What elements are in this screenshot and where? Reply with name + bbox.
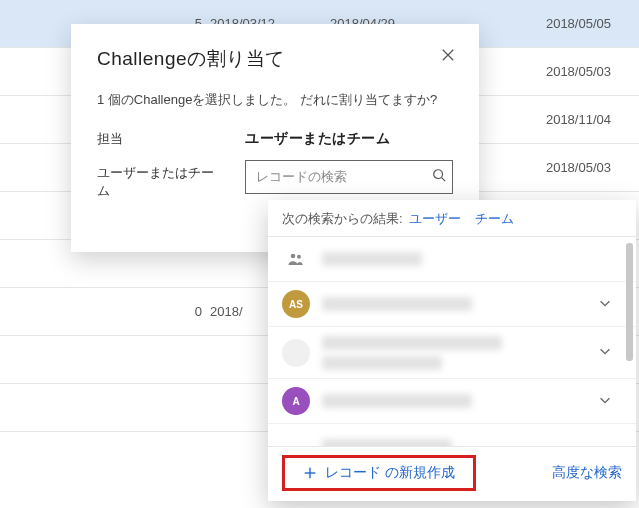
svg-point-4	[291, 254, 296, 259]
scrollbar-thumb[interactable]	[626, 243, 633, 361]
search-input[interactable]	[256, 169, 424, 184]
avatar	[282, 432, 310, 446]
list-item[interactable]	[268, 424, 636, 446]
list-item[interactable]	[268, 327, 636, 379]
assign-to-label: ユーザーまたはチーム	[97, 164, 215, 200]
cell: 2018/11/04	[529, 112, 639, 127]
chevron-down-icon	[598, 344, 612, 361]
avatar: A	[282, 387, 310, 415]
results-prefix: 次の検索からの結果:	[282, 211, 403, 226]
new-record-label: レコード の新規作成	[325, 464, 455, 482]
chevron-down-icon	[598, 393, 612, 410]
search-box[interactable]	[245, 160, 453, 194]
cell: 0	[0, 304, 210, 319]
new-record-button[interactable]: レコード の新規作成	[293, 460, 465, 486]
advanced-search-link[interactable]: 高度な検索	[552, 464, 622, 482]
avatar	[282, 339, 310, 367]
svg-point-2	[434, 170, 443, 179]
svg-line-3	[442, 178, 446, 182]
team-icon	[282, 245, 310, 273]
plus-icon	[303, 466, 317, 480]
dialog-title: Challengeの割り当て	[97, 46, 453, 72]
results-header: 次の検索からの結果: ユーザー チーム	[268, 200, 636, 236]
filter-team-link[interactable]: チーム	[475, 211, 514, 226]
svg-point-5	[297, 255, 301, 259]
highlight-annotation: レコード の新規作成	[282, 455, 476, 491]
cell: 2018/05/03	[529, 160, 639, 175]
results-list: ASA	[268, 236, 636, 446]
list-item[interactable]: AS	[268, 282, 636, 327]
chevron-down-icon	[598, 296, 612, 313]
avatar: AS	[282, 290, 310, 318]
cell: 2018/05/03	[529, 64, 639, 79]
lookup-dropdown: 次の検索からの結果: ユーザー チーム ASA レコード の新規作成 高度な検索	[268, 200, 636, 501]
owner-label: 担当	[97, 130, 215, 148]
list-item[interactable]: A	[268, 379, 636, 424]
close-icon[interactable]	[437, 44, 459, 66]
list-item[interactable]	[268, 237, 636, 282]
dialog-message: 1 個のChallengeを選択しました。 だれに割り当てますか?	[97, 90, 453, 110]
cell: 2018/05/05	[529, 16, 639, 31]
section-label: ユーザーまたはチーム	[245, 130, 453, 148]
filter-user-link[interactable]: ユーザー	[409, 211, 461, 226]
search-icon[interactable]	[432, 168, 446, 185]
